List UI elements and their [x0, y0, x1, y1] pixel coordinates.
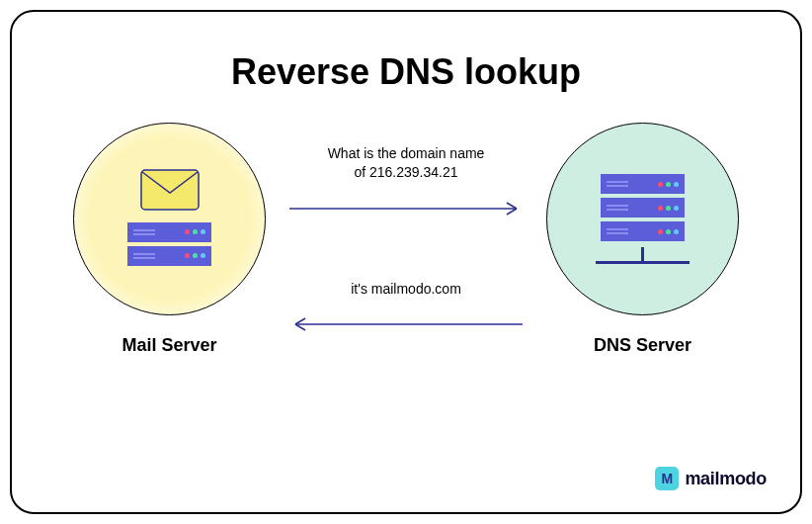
response-text: it's mailmodo.com: [351, 280, 461, 300]
brand-name: mailmodo: [685, 469, 767, 489]
server-unit-icon: [601, 198, 685, 218]
query-line1: What is the domain name: [328, 145, 485, 161]
dns-server-circle: [546, 123, 739, 315]
diagram-title: Reverse DNS lookup: [61, 51, 751, 93]
arrow-right-icon: [287, 199, 525, 218]
mail-server-stack: [127, 222, 211, 270]
server-unit-icon: [127, 246, 211, 266]
server-unit-icon: [127, 222, 211, 242]
arrows-section: What is the domain name of 216.239.34.21…: [268, 144, 544, 335]
server-unit-icon: [601, 221, 685, 241]
svg-rect-0: [141, 170, 199, 210]
arrow-left-icon: [287, 314, 525, 334]
dns-server-node: DNS Server: [544, 123, 741, 356]
brand-mark-icon: M: [655, 467, 679, 490]
mail-server-label: Mail Server: [122, 335, 216, 356]
mail-server-circle: [73, 123, 266, 315]
diagram-card: Reverse DNS lookup: [10, 10, 802, 514]
server-stand-icon: [641, 247, 644, 261]
server-unit-icon: [601, 174, 685, 194]
server-base-icon: [596, 261, 690, 264]
envelope-icon: [140, 169, 200, 211]
query-text: What is the domain name of 216.239.34.21: [328, 144, 485, 183]
diagram-body: Mail Server What is the domain name of 2…: [61, 123, 751, 356]
dns-server-label: DNS Server: [594, 335, 691, 356]
mail-server-node: Mail Server: [71, 123, 268, 356]
brand-logo: M mailmodo: [655, 467, 767, 490]
dns-server-stack: [596, 174, 690, 264]
query-line2: of 216.239.34.21: [354, 164, 457, 180]
